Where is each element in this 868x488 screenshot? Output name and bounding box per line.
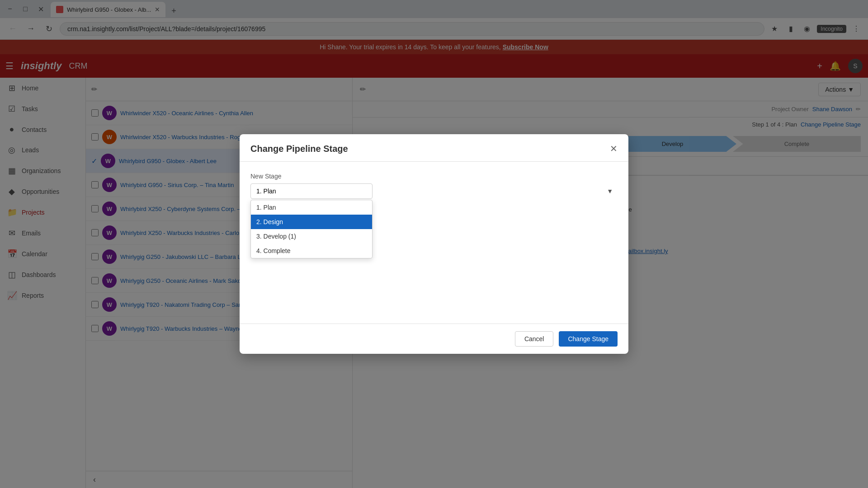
modal-body: New Stage 1. Plan 2. Design 3. Develop (… bbox=[240, 162, 628, 269]
modal-header: Change Pipeline Stage ✕ bbox=[240, 134, 628, 162]
dropdown-option-develop[interactable]: 3. Develop (1) bbox=[251, 229, 372, 244]
dropdown-option-complete[interactable]: 4. Complete bbox=[251, 244, 372, 258]
stage-dropdown-menu: 1. Plan 2. Design 3. Develop (1) 4. Comp… bbox=[250, 200, 373, 258]
change-pipeline-modal: Change Pipeline Stage ✕ New Stage 1. Pla… bbox=[240, 134, 628, 354]
modal-close-button[interactable]: ✕ bbox=[610, 143, 618, 154]
stage-select[interactable]: 1. Plan 2. Design 3. Develop (1) 4. Comp… bbox=[250, 183, 373, 199]
change-stage-button[interactable]: Change Stage bbox=[559, 331, 618, 347]
select-arrow-icon: ▼ bbox=[607, 188, 613, 195]
new-stage-label: New Stage bbox=[250, 173, 618, 180]
modal-footer: Cancel Change Stage bbox=[240, 324, 628, 354]
dropdown-option-plan[interactable]: 1. Plan bbox=[251, 200, 372, 215]
modal-overlay: Change Pipeline Stage ✕ New Stage 1. Pla… bbox=[0, 0, 868, 488]
modal-title: Change Pipeline Stage bbox=[250, 144, 348, 154]
stage-select-wrapper: 1. Plan 2. Design 3. Develop (1) 4. Comp… bbox=[250, 183, 618, 199]
dropdown-option-design[interactable]: 2. Design bbox=[251, 215, 372, 229]
cancel-button[interactable]: Cancel bbox=[515, 331, 554, 347]
